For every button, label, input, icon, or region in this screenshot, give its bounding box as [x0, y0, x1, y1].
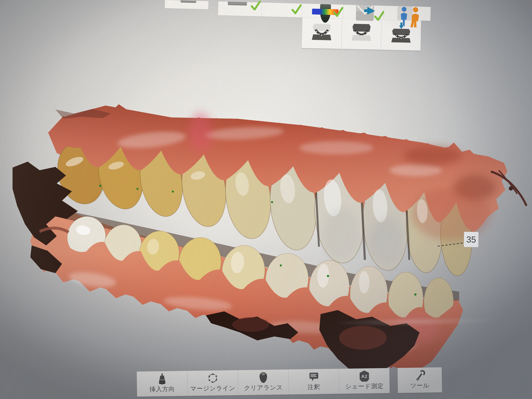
button-label: 挿入方向	[150, 386, 175, 392]
shade-measurement-button[interactable]: A2 シェード測定	[339, 368, 390, 394]
patient-pair-icon	[397, 6, 423, 28]
check-icon	[374, 10, 385, 22]
wrench-icon	[414, 369, 426, 382]
dental-scan-app-screen: 35	[0, 0, 532, 399]
clearance-button[interactable]: クリアランス	[238, 369, 289, 395]
scanner-spectrum-icon	[315, 4, 336, 23]
annotation-button[interactable]: 注釈	[288, 369, 339, 394]
shade-value-text: A2	[361, 374, 367, 379]
tools-toolbar: 挿入方向 マージンライン	[137, 367, 442, 397]
workflow-step-2[interactable]	[218, 1, 262, 17]
analysis-button-group: 挿入方向 マージンライン	[137, 368, 390, 397]
workflow-step-6[interactable]	[384, 6, 431, 21]
workflow-step-3[interactable]	[261, 2, 302, 17]
margin-line-button[interactable]: マージンライン	[187, 370, 238, 396]
button-label: クリアランス	[244, 384, 283, 391]
tooth-number-annotation[interactable]: 35	[464, 232, 479, 247]
button-label: ツール	[410, 382, 430, 389]
tools-button-group: ツール	[398, 367, 442, 393]
tooth-icon	[257, 371, 269, 384]
send-envelope-icon	[355, 5, 376, 22]
workflow-toolbar	[164, 0, 455, 63]
note-flag-icon	[308, 371, 320, 383]
tooth-number-text: 35	[466, 234, 476, 245]
workflow-step-5[interactable]	[343, 5, 384, 19]
button-label: シェード測定	[345, 383, 384, 390]
toolbar-gap	[389, 368, 398, 393]
tools-button[interactable]: ツール	[398, 367, 442, 393]
window-stub-icon	[181, 0, 196, 3]
dashed-loop-icon	[207, 372, 219, 385]
check-icon	[291, 4, 302, 15]
window-stub-icon	[228, 2, 247, 6]
shade-tab-icon: A2	[359, 370, 370, 383]
button-label: マージンライン	[190, 385, 235, 392]
workflow-step-1[interactable]	[165, 0, 209, 9]
check-icon	[333, 6, 344, 18]
workflow-step-4[interactable]	[302, 4, 343, 19]
check-icon	[250, 0, 261, 12]
button-label: 注釈	[308, 384, 320, 390]
insertion-die-icon	[156, 373, 168, 386]
insertion-direction-button[interactable]: 挿入方向	[137, 371, 188, 397]
